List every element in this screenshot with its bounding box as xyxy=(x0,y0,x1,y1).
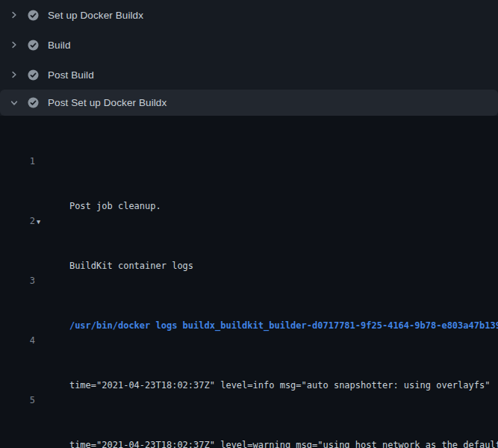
actions-log-viewer: Set up Docker Buildx Build Post Build xyxy=(0,0,498,448)
log-line-number[interactable]: 5 xyxy=(0,393,35,408)
log-command-line: 3 /usr/bin/docker logs buildx_buildkit_b… xyxy=(0,273,498,288)
log-line-number[interactable]: 3 xyxy=(0,273,35,288)
step-label: Set up Docker Buildx xyxy=(48,10,143,21)
log-line-text: Post job cleanup. xyxy=(69,201,161,211)
log-line-text: time="2021-04-23T18:02:37Z" level=info m… xyxy=(69,380,491,391)
step-label: Post Set up Docker Buildx xyxy=(48,97,166,108)
log-line: 5 time="2021-04-23T18:02:37Z" level=warn… xyxy=(0,393,498,408)
log-line-text: /usr/bin/docker logs buildx_buildkit_bui… xyxy=(69,320,498,331)
log-line-text: time="2021-04-23T18:02:37Z" level=warnin… xyxy=(69,440,498,448)
log-line: 1 Post job cleanup. xyxy=(0,154,498,169)
check-circle-icon xyxy=(28,10,39,21)
log-panel: 1 Post job cleanup. 2 ▼ BuildKit contain… xyxy=(0,116,498,448)
check-circle-icon xyxy=(28,69,39,81)
chevron-right-icon[interactable] xyxy=(9,69,19,81)
log-line-text[interactable]: BuildKit container logs xyxy=(69,261,193,271)
check-circle-icon xyxy=(28,40,39,51)
step-row-build[interactable]: Build xyxy=(0,30,498,60)
step-label: Post Build xyxy=(48,69,94,81)
log-line: 4 time="2021-04-23T18:02:37Z" level=info… xyxy=(0,333,498,348)
log-line: 2 ▼ BuildKit container logs xyxy=(0,214,498,228)
chevron-down-icon[interactable] xyxy=(9,97,19,109)
step-row-set-up-docker-buildx[interactable]: Set up Docker Buildx xyxy=(0,0,498,30)
chevron-right-icon[interactable] xyxy=(9,9,19,21)
log-line-number[interactable]: 1 xyxy=(0,154,35,169)
step-label: Build xyxy=(48,40,71,51)
step-row-post-set-up-docker-buildx[interactable]: Post Set up Docker Buildx xyxy=(0,90,498,116)
check-circle-icon xyxy=(28,97,39,108)
chevron-right-icon[interactable] xyxy=(9,39,19,51)
group-collapse-icon[interactable]: ▼ xyxy=(37,214,40,229)
steps-list: Set up Docker Buildx Build Post Build xyxy=(0,0,498,116)
log-line-number[interactable]: 4 xyxy=(0,333,35,348)
log-line-number[interactable]: 2 xyxy=(0,214,35,228)
step-row-post-build[interactable]: Post Build xyxy=(0,60,498,90)
